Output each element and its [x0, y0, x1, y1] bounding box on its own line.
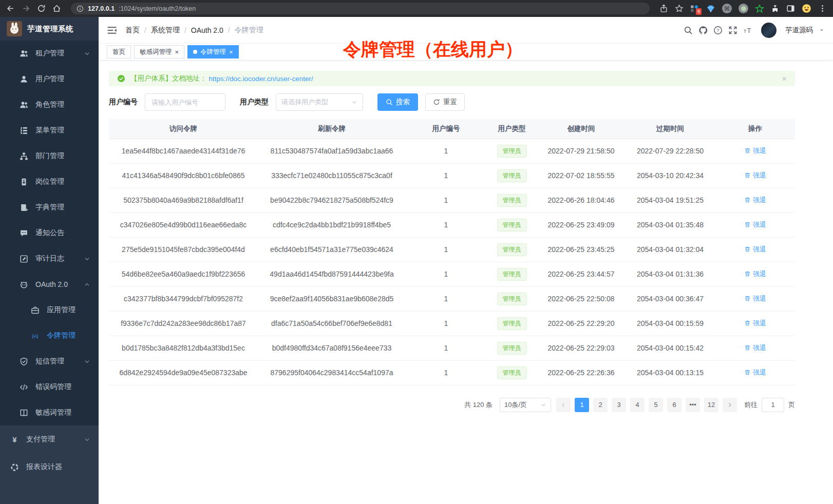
browser-menu-icon[interactable] — [818, 4, 827, 13]
search-icon[interactable] — [684, 26, 693, 35]
profile-avatar-icon[interactable] — [802, 4, 811, 13]
sidebar-item[interactable]: 角色管理 — [0, 92, 99, 118]
app-logo[interactable]: 芋道管理系统 — [0, 17, 99, 41]
caret-down-icon[interactable] — [819, 27, 825, 33]
sidebar-item[interactable]: 租户管理 — [0, 41, 99, 66]
sidebar-collapse-icon[interactable] — [107, 26, 117, 35]
force-logout-button[interactable]: 强退 — [744, 220, 766, 229]
force-logout-button[interactable]: 强退 — [744, 269, 766, 279]
expires-cell: 2054-03-04 01:31:36 — [625, 262, 715, 286]
user-type-cell: 管理员 — [486, 286, 537, 311]
doc-link[interactable]: https://doc.iocoder.cn/user-center/ — [209, 75, 313, 83]
gem-extension-icon[interactable] — [706, 4, 715, 13]
column-header: 用户编号 — [406, 119, 486, 139]
refresh-icon — [433, 99, 440, 106]
refresh-token-cell: dfa6c71a50a54c66bef706ef9e6e8d81 — [258, 311, 406, 336]
extension-blocks-icon[interactable]: 9 — [690, 4, 699, 13]
sidebar-item[interactable]: 报表设计器 — [0, 453, 99, 481]
alert-close-icon[interactable]: × — [782, 74, 787, 83]
force-logout-button[interactable]: 强退 — [744, 294, 766, 303]
username[interactable]: 芋道源码 — [785, 26, 813, 35]
sidebar-item[interactable]: 岗位管理 — [0, 169, 99, 195]
breadcrumb-item[interactable]: 首页 — [125, 26, 140, 35]
sidebar-item[interactable]: 错误码管理 — [0, 374, 99, 400]
breadcrumb-item[interactable]: 系统管理 — [151, 26, 180, 35]
extensions-puzzle-icon[interactable] — [771, 4, 780, 13]
reload-icon[interactable] — [37, 4, 46, 13]
home-icon[interactable] — [52, 4, 61, 13]
oauth-robot-icon — [20, 280, 28, 289]
sidebar-item-label: 部门管理 — [35, 151, 64, 161]
force-logout-button[interactable]: 强退 — [744, 196, 766, 205]
force-logout-button[interactable]: 强退 — [744, 343, 766, 353]
reset-button[interactable]: 重置 — [425, 93, 465, 111]
sidebar-item[interactable]: 用户管理 — [0, 66, 99, 92]
sidebar-item[interactable]: (A)令牌管理 — [0, 323, 99, 348]
back-icon[interactable] — [6, 4, 15, 13]
sidebar-item-label: 菜单管理 — [35, 126, 64, 135]
address-bar[interactable]: 127.0.0.1 :1024/system/oauth2/token — [71, 3, 650, 14]
force-logout-button[interactable]: 强退 — [744, 146, 766, 156]
search-button[interactable]: 搜索 — [377, 93, 418, 111]
user-id-input[interactable] — [145, 93, 225, 111]
user-type-select[interactable]: 请选择用户类型 — [276, 93, 363, 111]
next-page-button[interactable] — [723, 398, 737, 412]
goto-page-input[interactable] — [762, 398, 784, 412]
record-extension-icon[interactable] — [739, 4, 748, 13]
page-button[interactable]: 4 — [630, 398, 645, 412]
page-button[interactable]: 5 — [649, 398, 663, 412]
page-more-button[interactable]: ••• — [686, 398, 700, 412]
force-logout-button[interactable]: 强退 — [744, 368, 766, 377]
sidebar-item[interactable]: 短信管理 — [0, 348, 99, 374]
sidebar-item[interactable]: 部门管理 — [0, 143, 99, 169]
sidebar-item[interactable]: ¥支付管理 — [0, 425, 99, 453]
star-extension-icon[interactable] — [755, 4, 764, 13]
github-icon[interactable] — [698, 26, 708, 35]
goto-label: 前往 — [744, 400, 758, 410]
tab[interactable]: 敏感词管理× — [134, 45, 184, 59]
trash-icon — [744, 369, 751, 376]
sidebar-item[interactable]: 菜单管理 — [0, 118, 99, 143]
force-logout-button[interactable]: 强退 — [744, 171, 766, 180]
page-button[interactable]: 1 — [575, 398, 589, 412]
user-type-cell: 管理员 — [486, 360, 537, 385]
cmd-extension-icon[interactable]: ⌘ — [722, 4, 732, 13]
force-logout-button[interactable]: 强退 — [744, 319, 766, 328]
column-header: 刷新令牌 — [258, 119, 406, 139]
prev-page-button[interactable] — [556, 398, 571, 412]
site-info-icon[interactable] — [77, 5, 84, 12]
sidebar-item[interactable]: 字典管理 — [0, 195, 99, 220]
font-size-icon[interactable]: TT — [743, 26, 752, 35]
page-button[interactable]: 6 — [667, 398, 681, 412]
user-avatar[interactable] — [761, 23, 777, 38]
browser-toolbar: 127.0.0.1 :1024/system/oauth2/token 9 ⌘ — [0, 0, 833, 17]
menu-tree-icon — [20, 126, 28, 135]
expires-cell: 2054-03-04 01:32:04 — [625, 237, 715, 262]
page-button[interactable]: 12 — [704, 398, 718, 412]
tab-close-icon[interactable]: × — [229, 49, 233, 55]
page-button[interactable]: 3 — [612, 398, 626, 412]
fullscreen-icon[interactable] — [728, 26, 737, 35]
page-size-select[interactable]: 10条/页 — [500, 398, 551, 412]
bookmark-star-icon[interactable] — [675, 4, 684, 13]
sidebar-item[interactable]: 通知公告 — [0, 220, 99, 246]
app-title: 芋道管理系统 — [27, 24, 73, 34]
sidebar-item[interactable]: 敏感词管理 — [0, 400, 99, 425]
sidebar-item[interactable]: OAuth 2.0 — [0, 272, 99, 297]
sidebar-item[interactable]: 应用管理 — [0, 297, 99, 323]
force-logout-button[interactable]: 强退 — [744, 245, 766, 254]
share-icon[interactable] — [659, 4, 668, 13]
action-cell: 强退 — [715, 237, 795, 262]
tab[interactable]: 令牌管理× — [187, 45, 239, 59]
force-logout-label: 强退 — [753, 245, 766, 254]
side-panel-icon[interactable] — [786, 4, 795, 13]
help-icon[interactable]: ? — [713, 26, 723, 35]
page-content: 【用户体系】文档地址： https://doc.iocoder.cn/user-… — [99, 61, 833, 504]
page-button[interactable]: 2 — [593, 398, 608, 412]
breadcrumb-item[interactable]: OAuth 2.0 — [191, 26, 223, 34]
chevron-down-icon — [84, 358, 90, 365]
tab-close-icon[interactable]: × — [175, 49, 179, 55]
sidebar-item[interactable]: 审计日志 — [0, 246, 99, 272]
tab[interactable]: 首页 — [107, 45, 131, 59]
forward-icon[interactable] — [22, 4, 30, 13]
